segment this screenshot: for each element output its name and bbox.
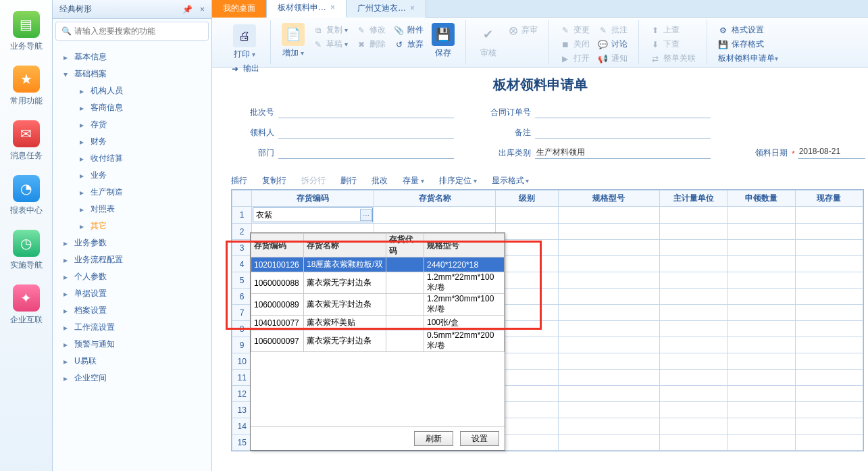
nav-item-2[interactable]: ✉ 消息任务	[0, 120, 52, 162]
pop-col-name[interactable]: 存货名称	[304, 234, 386, 257]
col-name[interactable]: 存货名称	[374, 191, 496, 207]
pop-col-alias[interactable]: 存货代码	[386, 234, 424, 257]
notify-button[interactable]: 📢通知	[594, 51, 632, 66]
col-unit[interactable]: 主计量单位	[660, 191, 727, 207]
row-head-3[interactable]: 3	[232, 240, 252, 256]
query-button[interactable]: ⬇下查	[646, 37, 700, 51]
popup-row-0[interactable]: 102010012618厘薰衣紫颗粒板/双2440*1220*18	[251, 257, 505, 272]
tree-child-1-2[interactable]: ▸存货	[70, 116, 207, 133]
submit-button[interactable]: ⬆上查	[646, 23, 700, 37]
output-button[interactable]: ➜输出	[226, 61, 263, 76]
row-head-11[interactable]: 11	[232, 370, 252, 386]
nav-item-1[interactable]: ★ 常用功能	[0, 66, 52, 107]
outtype-field[interactable]: 生产材料领用	[535, 147, 711, 159]
nav-item-3[interactable]: ◔ 报表中心	[0, 175, 52, 216]
tree-node-0[interactable]: ▸基本信息	[57, 49, 207, 66]
tree-node-9[interactable]: ▸U易联	[57, 353, 207, 370]
save-button[interactable]: 💾 保存	[428, 22, 459, 60]
copy-row-button[interactable]: 复制行	[262, 175, 286, 187]
pin-icon[interactable]: 📌	[182, 5, 193, 14]
date-field[interactable]: 2018-08-21	[798, 147, 865, 159]
col-spec[interactable]: 规格型号	[558, 191, 659, 207]
batch-field[interactable]	[278, 106, 454, 118]
audit-button[interactable]: ✔ 审核	[473, 22, 504, 60]
tree-child-1-8[interactable]: ▸其它	[70, 218, 207, 234]
tree-child-1-0[interactable]: ▸机构人员	[70, 82, 207, 99]
dept-field[interactable]	[278, 147, 454, 159]
row-head-12[interactable]: 12	[232, 386, 252, 402]
delete-button[interactable]: ✖删除	[352, 37, 390, 51]
tree-child-1-3[interactable]: ▸财务	[70, 133, 207, 150]
nav-item-0[interactable]: ▤ 业务导航	[0, 11, 52, 52]
doc-select[interactable]: 板材领料申请单	[714, 51, 782, 66]
tab-2[interactable]: 广州艾迪衣…×	[347, 0, 426, 18]
tree-node-2[interactable]: ▸业务参数	[57, 234, 207, 251]
tree-node-10[interactable]: ▸企业空间	[57, 370, 207, 387]
popup-row-1[interactable]: 1060000088薰衣紫无字封边条1.2mm*22mm*100米/卷	[251, 272, 505, 294]
tab-close-icon[interactable]: ×	[330, 3, 335, 12]
discard-button[interactable]: ⨂弃审	[504, 23, 542, 37]
draft-button[interactable]: ✎草稿	[309, 37, 352, 51]
close-icon[interactable]: ×	[200, 5, 205, 14]
popup-row-3[interactable]: 1040100077薰衣紫环美贴100张/盒	[251, 316, 505, 330]
split-row-button[interactable]: 拆分行	[301, 175, 326, 187]
display-button[interactable]: 显示格式	[492, 175, 530, 187]
pop-col-code[interactable]: 存货编码	[251, 234, 304, 257]
tab-1[interactable]: 板材领料申…×	[267, 0, 347, 18]
row-head-7[interactable]: 7	[232, 305, 252, 321]
row-head-9[interactable]: 9	[232, 337, 252, 353]
pop-col-spec[interactable]: 规格型号	[424, 234, 505, 257]
tree-node-3[interactable]: ▸业务流程配置	[57, 251, 207, 268]
tree-child-1-6[interactable]: ▸生产制造	[70, 184, 207, 201]
stock-button[interactable]: 存量	[403, 175, 424, 187]
saveformat-button[interactable]: 💾保存格式	[714, 37, 782, 51]
row-head-1[interactable]: 1	[232, 207, 252, 224]
formatset-button[interactable]: ⚙格式设置	[714, 23, 782, 37]
col-qty[interactable]: 申领数量	[727, 191, 795, 207]
col-stock[interactable]: 现存量	[795, 191, 863, 207]
col-cat[interactable]: 级别	[495, 191, 558, 207]
row-head-8[interactable]: 8	[232, 321, 252, 337]
popup-settings-button[interactable]: 设置	[460, 431, 499, 446]
tree-node-1[interactable]: ▾基础档案	[57, 66, 207, 82]
popup-refresh-button[interactable]: 刷新	[414, 431, 453, 446]
contract-field[interactable]	[535, 106, 711, 118]
tree-node-4[interactable]: ▸个人参数	[57, 268, 207, 285]
popup-row-2[interactable]: 1060000089薰衣紫无字封边条1.2mm*30mm*100米/卷	[251, 294, 505, 316]
row-head-4[interactable]: 4	[232, 256, 252, 272]
row-head-13[interactable]: 13	[232, 402, 252, 418]
row-head-5[interactable]: 5	[232, 272, 252, 289]
row-head-14[interactable]: 14	[232, 418, 252, 435]
tree-child-1-5[interactable]: ▸业务	[70, 167, 207, 184]
code-input[interactable]	[253, 210, 360, 220]
row-head-6[interactable]: 6	[232, 289, 252, 305]
row-head-15[interactable]: 15	[232, 435, 252, 451]
abandon-button[interactable]: ↺放弃	[390, 37, 428, 51]
popup-row-4[interactable]: 1060000097薰衣紫无字封边条0.5mm*22mm*200米/卷	[251, 330, 505, 352]
batch-edit-button[interactable]: 批改	[372, 175, 388, 187]
tree-child-1-1[interactable]: ▸客商信息	[70, 99, 207, 116]
change-button[interactable]: ✎变更	[556, 23, 594, 37]
row-head-2[interactable]: 2	[232, 224, 252, 240]
note-button[interactable]: ✎批注	[594, 23, 632, 37]
link-button[interactable]: ⇄整单关联	[646, 51, 700, 66]
nav-item-4[interactable]: ◷ 实施导航	[0, 230, 52, 271]
print-button[interactable]: 🖨 打印	[226, 23, 263, 61]
tree-node-7[interactable]: ▸工作流设置	[57, 319, 207, 336]
close-doc-button[interactable]: ⏹关闭	[556, 37, 594, 51]
tree-node-8[interactable]: ▸预警与通知	[57, 336, 207, 353]
tree-child-1-7[interactable]: ▸对照表	[70, 201, 207, 218]
code-input-cell[interactable]: ⋯	[253, 207, 373, 222]
tree-node-5[interactable]: ▸单据设置	[57, 285, 207, 302]
open-doc-button[interactable]: ▶打开	[556, 51, 594, 66]
tree-search[interactable]: 🔍	[55, 22, 209, 41]
tree-search-input[interactable]	[74, 26, 203, 36]
copy-button[interactable]: ⧉复制	[309, 23, 352, 37]
picker-field[interactable]	[278, 126, 454, 139]
remark-field[interactable]	[535, 126, 711, 139]
col-code[interactable]: 存货编码	[252, 191, 374, 207]
add-button[interactable]: 📄 增加	[278, 22, 309, 60]
tab-close-icon[interactable]: ×	[410, 3, 415, 13]
insert-row-button[interactable]: 插行	[231, 175, 247, 187]
sort-button[interactable]: 排序定位	[439, 175, 477, 187]
